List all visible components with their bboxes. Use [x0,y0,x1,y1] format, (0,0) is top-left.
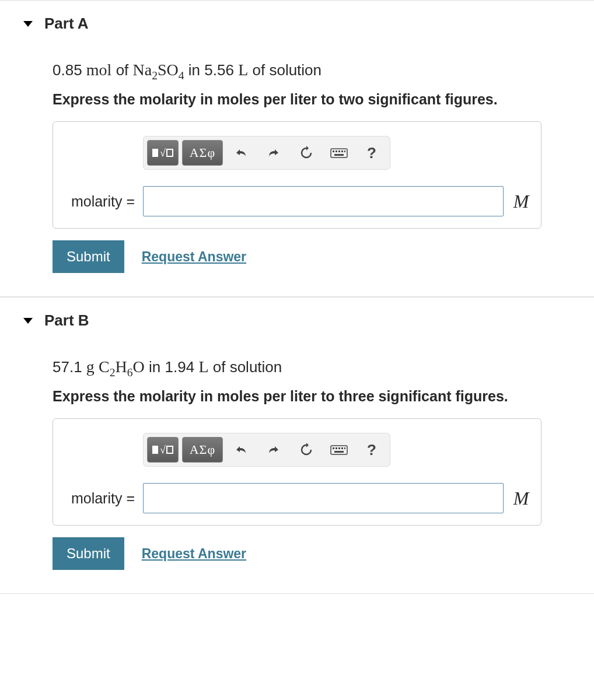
prompt-text: 57.1 g C2H6O in 1.94 L of solution [53,355,541,380]
help-button[interactable]: ? [357,140,386,166]
unit-label: M [509,191,533,212]
amount-unit: mol [86,61,112,79]
redo-icon [267,444,281,456]
caret-down-icon [23,318,33,324]
instruction-text: Express the molarity in moles per liter … [53,89,541,110]
part-content: 57.1 g C2H6O in 1.94 L of solution Expre… [0,355,594,593]
part-header[interactable]: Part A [0,1,594,47]
svg-rect-3 [338,150,340,152]
reset-icon [299,443,313,457]
greek-button[interactable]: ΑΣφ [182,140,223,166]
svg-rect-7 [331,446,347,454]
svg-rect-4 [341,150,343,152]
reset-icon [299,146,313,160]
templates-button[interactable]: √ [147,437,179,463]
of-text: of [116,61,129,79]
svg-rect-11 [341,447,343,449]
submit-button[interactable]: Submit [53,240,124,273]
greek-button[interactable]: ΑΣφ [182,437,223,463]
svg-rect-6 [334,154,344,156]
actions-row: Submit Request Answer [53,240,541,273]
part-content: 0.85 mol of Na2SO4 in 5.56 L of solution… [0,58,594,296]
reset-button[interactable] [292,437,321,463]
volume: 1.94 [165,358,195,376]
keyboard-icon [330,444,348,456]
reset-button[interactable] [292,140,321,166]
in-text: in [188,61,200,79]
volume: 5.56 [204,61,234,79]
answer-box: √ ΑΣφ ? [53,121,541,229]
molarity-label: molarity = [61,193,137,210]
toolbar: √ ΑΣφ ? [143,136,390,170]
toolbar-row: √ ΑΣφ ? [143,136,533,170]
compound: C2H6O [99,358,145,376]
keyboard-button[interactable] [324,140,354,166]
svg-rect-13 [334,451,344,453]
sqrt-icon: √ [152,444,173,456]
sqrt-icon: √ [152,147,173,159]
svg-rect-2 [336,150,337,152]
part-header[interactable]: Part B [0,298,594,344]
toolbar: √ ΑΣφ ? [143,433,390,467]
undo-button[interactable] [226,140,256,166]
svg-rect-1 [333,150,334,152]
volume-unit: L [198,358,208,376]
svg-rect-10 [338,447,340,449]
amount: 57.1 [53,358,82,376]
tail-text: of solution [213,358,282,376]
part-title: Part B [44,312,89,330]
redo-button[interactable] [259,140,288,166]
actions-row: Submit Request Answer [53,537,541,570]
unit-label: M [509,488,533,509]
answer-box: √ ΑΣφ ? [53,418,541,526]
svg-rect-12 [344,447,345,449]
undo-icon [234,147,248,159]
templates-button[interactable]: √ [147,140,179,166]
part-title: Part A [44,15,89,33]
svg-rect-0 [331,149,347,158]
submit-button[interactable]: Submit [53,537,124,570]
volume-unit: L [238,61,248,79]
svg-rect-9 [336,447,337,449]
answer-input[interactable] [143,483,504,513]
svg-rect-5 [344,150,345,152]
part-b-section: Part B 57.1 g C2H6O in 1.94 L of solutio… [0,297,594,594]
request-answer-link[interactable]: Request Answer [142,546,246,562]
undo-button[interactable] [226,437,256,463]
tail-text: of solution [253,61,322,79]
undo-icon [234,444,248,456]
svg-rect-8 [333,447,334,449]
part-a-section: Part A 0.85 mol of Na2SO4 in 5.56 L of s… [0,0,594,297]
prompt-text: 0.85 mol of Na2SO4 in 5.56 L of solution [53,58,541,83]
input-row: molarity = M [61,186,533,216]
keyboard-button[interactable] [324,437,354,463]
answer-input[interactable] [143,186,504,216]
redo-button[interactable] [259,437,288,463]
molarity-label: molarity = [61,490,137,507]
caret-down-icon [23,21,33,27]
redo-icon [267,147,281,159]
compound: Na2SO4 [133,61,184,79]
input-row: molarity = M [61,483,533,513]
in-text: in [149,358,160,376]
help-button[interactable]: ? [357,437,386,463]
keyboard-icon [330,147,348,159]
amount-unit: g [86,358,95,376]
request-answer-link[interactable]: Request Answer [142,249,246,265]
instruction-text: Express the molarity in moles per liter … [53,386,541,407]
toolbar-row: √ ΑΣφ ? [143,433,533,467]
amount: 0.85 [53,61,82,79]
